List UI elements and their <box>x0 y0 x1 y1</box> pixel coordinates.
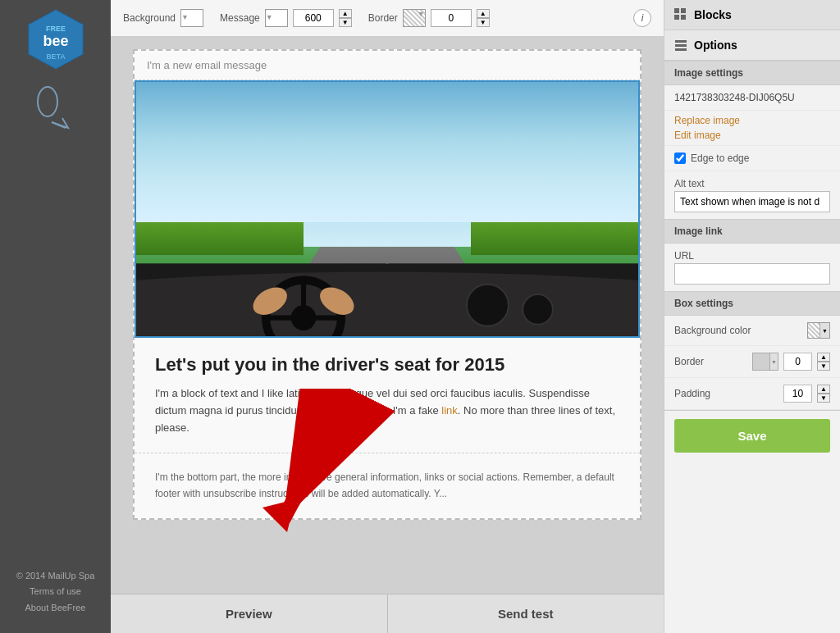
bg-color-arrow: ▼ <box>819 323 829 338</box>
padding-value-display: 10 <box>783 385 812 403</box>
svg-rect-30 <box>675 40 687 43</box>
info-icon: i <box>641 12 644 24</box>
border-value-input[interactable]: 0 <box>431 9 472 27</box>
width-down-btn[interactable]: ▼ <box>339 18 352 27</box>
blocks-header: Blocks <box>664 0 840 30</box>
border-spin-down[interactable]: ▼ <box>817 362 830 371</box>
options-header: Options <box>664 30 840 61</box>
edit-image-link[interactable]: Edit image <box>674 130 830 141</box>
svg-point-4 <box>38 87 57 116</box>
sky-bg <box>136 82 638 222</box>
email-container: I'm a new email message <box>133 49 641 520</box>
border-down-btn[interactable]: ▼ <box>477 18 490 27</box>
send-test-button[interactable]: Send test <box>388 594 664 633</box>
replace-image-link[interactable]: Replace image <box>674 115 830 126</box>
background-color-label: Background color <box>674 325 807 336</box>
right-panel: Blocks Options Image settings 1421738303… <box>664 0 840 633</box>
border-value-text: 0 <box>795 356 801 367</box>
border-value-spinner: ▲ ▼ <box>477 9 490 27</box>
sidebar-footer: © 2014 MailUp Spa Terms of use About Bee… <box>8 560 103 625</box>
padding-value-text: 10 <box>792 388 803 399</box>
background-color-swatch[interactable]: ▼ <box>807 322 830 339</box>
border-up-btn[interactable]: ▲ <box>477 9 490 18</box>
email-image <box>136 82 638 336</box>
message-width-input[interactable]: 600 <box>293 9 334 27</box>
email-footer-block: I'm the bottom part, the more informativ… <box>135 453 640 517</box>
footer-text: I'm the bottom part, the more informativ… <box>155 471 614 499</box>
image-settings-title: Image settings <box>664 61 840 85</box>
padding-label: Padding <box>674 388 778 399</box>
background-color-row: Background color ▼ <box>664 316 840 346</box>
bottom-bar: Preview Send test <box>111 594 664 633</box>
blocks-label: Blocks <box>694 8 732 21</box>
message-group: Message ▼ 600 ▲ ▼ <box>220 9 352 27</box>
edge-to-edge-label: Edge to edge <box>691 153 749 164</box>
image-link-title: Image link <box>664 219 840 244</box>
email-subject: I'm a new email message <box>135 51 640 80</box>
padding-spin-down[interactable]: ▼ <box>817 394 830 403</box>
border-spin-up[interactable]: ▲ <box>817 353 830 362</box>
width-up-btn[interactable]: ▲ <box>339 9 352 18</box>
url-label: URL <box>664 244 840 263</box>
blocks-icon <box>674 8 687 21</box>
fake-link[interactable]: link <box>441 404 458 417</box>
box-settings-title: Box settings <box>664 291 840 316</box>
svg-text:FREE: FREE <box>45 25 65 33</box>
image-action-links: Replace image Edit image <box>664 111 840 146</box>
sidebar: FREE bee BETA © 2014 MailUp Spa Terms of… <box>0 0 111 633</box>
border-label: Border <box>368 12 398 24</box>
preview-button[interactable]: Preview <box>111 594 388 633</box>
border-style-arrow: ▼ <box>769 353 778 370</box>
email-image-block[interactable] <box>135 80 640 338</box>
alt-text-label: Alt text <box>664 171 840 191</box>
logo-area: FREE bee BETA <box>27 8 84 134</box>
border-value-display: 0 <box>783 353 812 371</box>
sidebar-decorative-icon <box>31 77 80 134</box>
background-label: Background <box>123 12 176 24</box>
svg-text:BETA: BETA <box>46 52 65 61</box>
save-button-area: Save <box>664 410 840 461</box>
message-label: Message <box>220 12 260 24</box>
message-color-picker[interactable]: ▼ <box>265 9 288 27</box>
svg-rect-32 <box>675 48 687 51</box>
email-text-block: Let's put you in the driver's seat for 2… <box>135 338 640 453</box>
padding-spinner: ▲ ▼ <box>817 385 830 403</box>
background-color-picker[interactable]: ▼ <box>180 9 203 27</box>
toolbar: Background ▼ Message ▼ 600 ▲ ▼ Border ▼ … <box>111 0 664 37</box>
border-style-picker[interactable]: ▼ <box>403 9 426 27</box>
bee-logo: FREE bee BETA <box>27 8 84 74</box>
svg-rect-14 <box>136 221 304 255</box>
alt-text-input[interactable]: Text shown when image is not d <box>674 191 830 212</box>
image-id: 1421738303248-DIJ06Q5U <box>664 85 840 111</box>
about-link[interactable]: About BeeFree <box>16 600 95 617</box>
info-button[interactable]: i <box>633 9 651 27</box>
copyright-text: © 2014 <box>16 571 46 581</box>
svg-point-27 <box>523 294 553 325</box>
border-spinner: ▲ ▼ <box>817 353 830 371</box>
company-text: MailUp Spa <box>48 571 94 581</box>
svg-rect-15 <box>471 221 638 255</box>
svg-point-26 <box>467 285 509 326</box>
message-width-spinner: ▲ ▼ <box>339 9 352 27</box>
save-button[interactable]: Save <box>674 419 830 453</box>
svg-rect-31 <box>675 44 687 47</box>
terms-link[interactable]: Terms of use <box>16 584 95 600</box>
content-area: I'm a new email message <box>111 37 664 594</box>
border-style-swatch[interactable]: ▼ <box>752 353 778 371</box>
background-group: Background ▼ <box>123 9 203 27</box>
border-group: Border ▼ 0 ▲ ▼ <box>368 9 490 27</box>
edge-to-edge-checkbox[interactable] <box>674 153 686 164</box>
border-row-label: Border <box>674 356 747 367</box>
email-canvas: I'm a new email message <box>111 37 664 594</box>
main-area: Background ▼ Message ▼ 600 ▲ ▼ Border ▼ … <box>111 0 664 633</box>
url-input[interactable] <box>674 263 830 285</box>
padding-spin-up[interactable]: ▲ <box>817 385 830 394</box>
email-headline: Let's put you in the driver's seat for 2… <box>155 354 619 376</box>
edge-to-edge-row: Edge to edge <box>664 146 840 171</box>
options-icon <box>674 39 687 52</box>
border-row: Border ▼ 0 ▲ ▼ <box>664 346 840 378</box>
padding-row: Padding 10 ▲ ▼ <box>664 378 840 410</box>
email-body-text: I'm a block of text and I like latin. Pe… <box>155 385 619 436</box>
svg-line-5 <box>52 122 66 128</box>
svg-text:bee: bee <box>43 33 68 49</box>
